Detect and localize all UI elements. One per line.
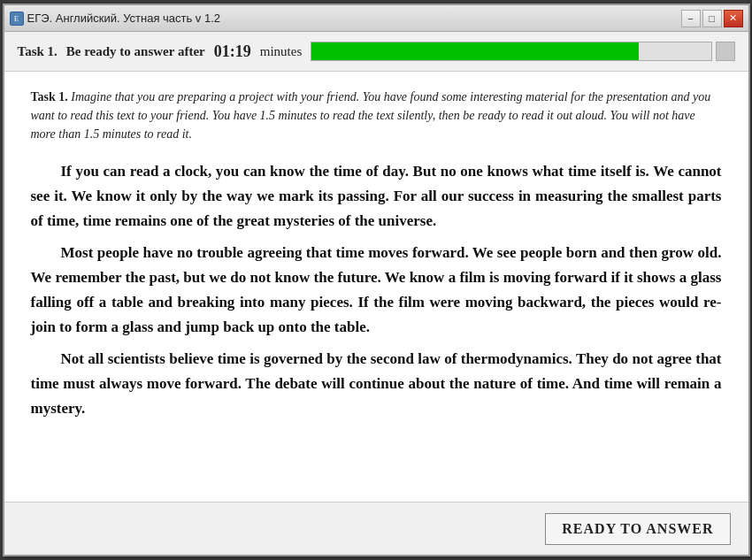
progress-container — [311, 42, 734, 61]
close-button[interactable]: ✕ — [724, 10, 743, 27]
title-bar-controls: − □ ✕ — [681, 10, 743, 27]
title-bar-left: E ЕГЭ. Английский. Устная часть v 1.2 — [10, 12, 221, 26]
toolbar: Task 1. Be ready to answer after 01:19 m… — [4, 32, 748, 72]
body-paragraph-3: Not all scientists believe time is gover… — [31, 347, 722, 421]
toolbar-timer: 01:19 — [214, 42, 251, 61]
toolbar-task-label: Task 1. — [18, 44, 58, 59]
body-paragraph-2: Most people have no trouble agreeing tha… — [31, 241, 722, 340]
main-window: E ЕГЭ. Английский. Устная часть v 1.2 − … — [3, 4, 750, 556]
window-title: ЕГЭ. Английский. Устная часть v 1.2 — [27, 12, 221, 25]
title-bar: E ЕГЭ. Английский. Устная часть v 1.2 − … — [4, 5, 748, 32]
task-header-bold: Task 1. — [31, 90, 68, 104]
progress-indicator — [716, 42, 735, 61]
task-header: Task 1. Imagine that you are preparing a… — [31, 88, 722, 143]
toolbar-instruction: Be ready to answer after — [66, 44, 205, 59]
maximize-button[interactable]: □ — [702, 10, 722, 27]
body-paragraph-1: If you can read a clock, you can know th… — [31, 159, 722, 234]
app-icon: E — [10, 12, 24, 26]
progress-bar — [311, 42, 711, 61]
task-body: If you can read a clock, you can know th… — [31, 159, 722, 421]
progress-bar-fill — [311, 42, 639, 60]
task-header-text: Imagine that you are preparing a project… — [31, 90, 711, 141]
main-content: Task 1. Imagine that you are preparing a… — [4, 72, 748, 502]
bottom-bar: READY TO ANSWER — [4, 502, 748, 555]
ready-to-answer-button[interactable]: READY TO ANSWER — [545, 513, 730, 545]
toolbar-minutes-label: minutes — [260, 44, 303, 59]
minimize-button[interactable]: − — [681, 10, 701, 27]
